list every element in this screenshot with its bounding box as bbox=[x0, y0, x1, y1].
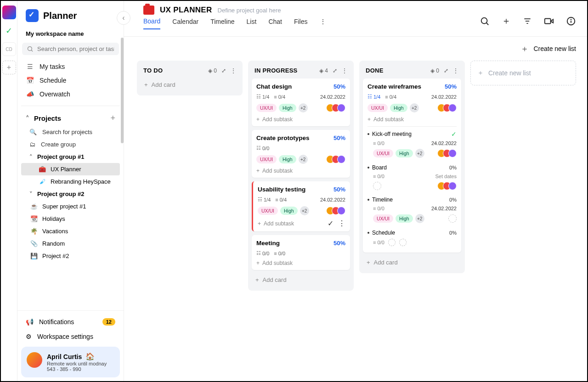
nav-overwatch[interactable]: 📣 Overwatch bbox=[21, 87, 120, 101]
add-subtask-button[interactable]: +Add subtask bbox=[256, 116, 345, 123]
info-icon[interactable] bbox=[566, 16, 576, 26]
assignees[interactable] bbox=[440, 182, 457, 190]
check-icon[interactable]: ✓ bbox=[328, 219, 334, 228]
rail-app-icon[interactable] bbox=[2, 6, 16, 19]
add-subtask-button[interactable]: +Add subtask bbox=[368, 116, 457, 123]
add-subtask-button[interactable]: +Add subtask bbox=[258, 220, 294, 227]
add-icon[interactable]: ＋ bbox=[502, 15, 511, 27]
tab-chat[interactable]: Chat bbox=[268, 18, 282, 29]
user-status: Remote work until modnay bbox=[47, 361, 107, 366]
collapse-icon[interactable]: ⤢ bbox=[221, 67, 226, 74]
tag-uxui[interactable]: UX/UI bbox=[368, 104, 388, 112]
project-ux-planner[interactable]: 🧰 UX Planner bbox=[21, 163, 120, 175]
create-new-list-column[interactable]: ＋ Create new list bbox=[470, 61, 576, 85]
filter-icon[interactable] bbox=[523, 17, 532, 26]
search-projects[interactable]: 🔍 Search for projects bbox=[21, 126, 120, 138]
project-super[interactable]: ☕ Super project #1 bbox=[21, 200, 120, 213]
add-assignee-icon[interactable] bbox=[399, 239, 407, 246]
collapse-icon[interactable]: ⤢ bbox=[444, 67, 448, 74]
video-icon[interactable] bbox=[544, 16, 554, 26]
assignees[interactable] bbox=[329, 207, 345, 215]
assignees[interactable] bbox=[440, 104, 457, 112]
tab-board[interactable]: Board bbox=[143, 17, 160, 29]
set-dates[interactable]: Set dates bbox=[435, 174, 457, 179]
tag-more[interactable]: +2 bbox=[415, 214, 424, 223]
scrollbar[interactable] bbox=[121, 38, 124, 143]
tag-high[interactable]: High bbox=[279, 155, 296, 163]
tag-high[interactable]: High bbox=[396, 214, 413, 223]
nav-notifications[interactable]: 📢 Notifications 12 bbox=[21, 315, 120, 329]
tab-list[interactable]: List bbox=[247, 18, 257, 29]
assignees[interactable] bbox=[329, 155, 345, 163]
tag-uxui[interactable]: UX/UI bbox=[258, 207, 278, 215]
tag-uxui[interactable]: UX/UI bbox=[373, 149, 393, 157]
search-input[interactable] bbox=[37, 45, 114, 52]
tab-calendar[interactable]: Calendar bbox=[172, 18, 198, 29]
tag-uxui[interactable]: UX/UI bbox=[256, 104, 277, 112]
more-icon[interactable]: ⋮ bbox=[342, 67, 347, 74]
assignees[interactable] bbox=[440, 149, 457, 157]
create-new-list-button[interactable]: ＋ Create new list bbox=[520, 43, 576, 54]
rail-workspace-badge[interactable]: CD bbox=[2, 42, 16, 56]
project-group-2[interactable]: ˅ Project group #2 bbox=[21, 188, 120, 200]
nav-workspace-settings[interactable]: ⚙ Workspace settings bbox=[21, 329, 120, 344]
add-tag-icon[interactable] bbox=[373, 182, 381, 190]
user-card[interactable]: April Curtis 🏠 Remote work until modnay … bbox=[21, 347, 120, 377]
more-icon[interactable]: ⋮ bbox=[453, 67, 458, 74]
add-card-button[interactable]: + Add card bbox=[252, 274, 350, 286]
tag-high[interactable]: High bbox=[390, 104, 407, 112]
plus-icon: + bbox=[368, 116, 371, 123]
tag-more[interactable]: +2 bbox=[410, 103, 419, 112]
tab-files[interactable]: Files bbox=[294, 18, 308, 29]
tag-high[interactable]: High bbox=[280, 207, 298, 215]
card-prototypes[interactable]: Create prototypes 50% ☷ 0/0 UX/UI High +… bbox=[252, 130, 350, 178]
projects-header[interactable]: ˄ Projects + bbox=[21, 111, 120, 126]
collapse-icon[interactable]: ⤢ bbox=[333, 67, 337, 74]
project-group-1[interactable]: ˄ Project group #1 bbox=[21, 151, 120, 163]
nav-my-tasks[interactable]: ☰ My tasks bbox=[21, 60, 120, 73]
add-assignee-icon[interactable] bbox=[448, 214, 457, 223]
more-icon[interactable]: ⋮ bbox=[338, 219, 345, 228]
subtask-timeline[interactable]: Timeline 0% bbox=[368, 195, 457, 205]
project-rebranding[interactable]: 🖌 Rebranding HeySpace bbox=[21, 175, 120, 188]
add-subtask-button[interactable]: +Add subtask bbox=[256, 260, 345, 266]
project-holidays[interactable]: 📆 Holidays bbox=[21, 213, 120, 225]
tag-more[interactable]: +2 bbox=[299, 155, 308, 164]
subtask-kickoff[interactable]: Kick-off meeting ✓ bbox=[368, 129, 457, 140]
project-goal[interactable]: Define project goal here bbox=[218, 7, 281, 14]
rail-add-button[interactable]: + bbox=[2, 61, 16, 74]
card-usability[interactable]: Usability testing 50% ☷ 1/4 ≡ 0/4 24.02.… bbox=[252, 181, 350, 231]
rail-check-icon[interactable]: ✓ bbox=[2, 24, 16, 38]
project-vacations[interactable]: 🌴 Vacations bbox=[21, 225, 120, 237]
tag-more[interactable]: +2 bbox=[300, 206, 309, 215]
add-tag-icon[interactable] bbox=[388, 239, 396, 246]
card-wireframes[interactable]: Create wireframes 50% ☷ 1/4 ≡ 0/4 24.02.… bbox=[363, 79, 461, 253]
subtask-schedule[interactable]: Schedule 0% bbox=[368, 228, 457, 238]
search-icon[interactable] bbox=[480, 16, 490, 26]
tag-high[interactable]: High bbox=[396, 149, 413, 157]
tab-timeline[interactable]: Timeline bbox=[210, 18, 234, 29]
project-2[interactable]: 💾 Project #2 bbox=[21, 250, 120, 262]
sidebar-search[interactable] bbox=[22, 43, 119, 55]
create-group[interactable]: 🗂 Create group bbox=[21, 138, 120, 151]
nav-schedule[interactable]: 📅 Schedule bbox=[21, 73, 120, 87]
sidebar-collapse-button[interactable]: ‹ bbox=[117, 11, 130, 25]
card-meeting[interactable]: Meeting 50% ☷ 0/0 ≡ 0/0 +Add subtask bbox=[252, 235, 350, 270]
add-subtask-button[interactable]: +Add subtask bbox=[256, 168, 345, 174]
tag-uxui[interactable]: UX/UI bbox=[256, 155, 277, 163]
card-chat-design[interactable]: Chat design 50% ☷ 1/4 ≡ 0/4 24.02.2022 U… bbox=[252, 79, 350, 126]
tag-more[interactable]: +2 bbox=[415, 149, 424, 158]
add-card-button[interactable]: + Add card bbox=[363, 256, 461, 269]
subtask-board[interactable]: Board 0% bbox=[368, 163, 457, 173]
tag-uxui[interactable]: UX/UI bbox=[373, 214, 393, 223]
more-icon[interactable]: ⋮ bbox=[231, 67, 236, 74]
tag-high[interactable]: High bbox=[279, 104, 296, 112]
tag-more[interactable]: +2 bbox=[299, 103, 308, 112]
project-random[interactable]: 📎 Random bbox=[21, 237, 120, 250]
add-project-button[interactable]: + bbox=[110, 113, 115, 123]
tab-more-icon[interactable]: ⋮ bbox=[320, 18, 326, 29]
chevron-up-icon: ˄ bbox=[26, 114, 29, 123]
add-card-button[interactable]: + Add card bbox=[141, 79, 239, 91]
assignees[interactable] bbox=[329, 104, 345, 112]
label: Add subtask bbox=[262, 168, 293, 174]
